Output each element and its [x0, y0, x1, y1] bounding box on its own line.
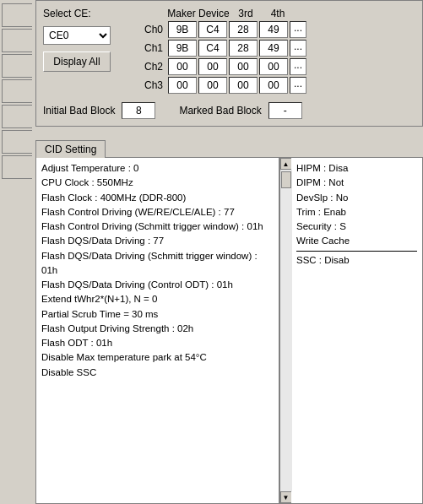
ch0-maker[interactable]	[168, 21, 197, 38]
initial-bad-block-label: Initial Bad Block	[43, 105, 115, 117]
table-headers: Maker Device 3rd 4th	[144, 8, 306, 19]
ch1-3rd[interactable]	[229, 40, 258, 57]
ch1-label: Ch1	[144, 42, 166, 54]
ch3-3rd[interactable]	[229, 77, 258, 94]
sidebar-tab-7[interactable]	[2, 155, 32, 179]
sidebar-tab-4[interactable]	[2, 79, 32, 103]
left-panel-text: Adjust Temperature : 0 CPU Clock : 550MH…	[41, 161, 274, 380]
sidebar-tab-2[interactable]	[2, 29, 32, 52]
table-row: Ch0 ...	[144, 21, 306, 38]
th-4th: 4th	[263, 8, 293, 19]
ch0-4th[interactable]	[259, 21, 288, 38]
ch2-device[interactable]	[198, 58, 227, 75]
ch3-4th[interactable]	[259, 77, 288, 94]
marked-bad-block-label: Marked Bad Block	[179, 105, 261, 117]
table-area: Maker Device 3rd 4th Ch0 ... Ch1	[144, 8, 306, 95]
marked-bad-block-value: -	[268, 102, 302, 119]
cid-tab-area: CID Setting	[35, 140, 423, 157]
ch2-3rd[interactable]	[229, 58, 258, 75]
scroll-track[interactable]	[280, 170, 292, 491]
th-maker: Maker	[166, 8, 197, 19]
ch3-label: Ch3	[144, 79, 166, 91]
display-all-button[interactable]: Display All	[43, 51, 111, 72]
ch0-label: Ch0	[144, 24, 166, 35]
right-panel-text: HIPM : DisaDIPM : Not DevSlp : NoTrim : …	[296, 161, 417, 268]
top-section: Select CE: CE0 CE1 CE2 CE3 Display All M…	[35, 0, 423, 127]
th-device: Device	[198, 8, 229, 19]
ch1-extra: ...	[290, 40, 306, 57]
bad-block-row: Initial Bad Block 8 Marked Bad Block -	[43, 102, 415, 119]
ch1-device[interactable]	[198, 40, 227, 57]
left-panel: Adjust Temperature : 0 CPU Clock : 550MH…	[36, 158, 279, 503]
th-3rd: 3rd	[230, 8, 261, 19]
scroll-down-button[interactable]: ▼	[280, 491, 292, 503]
main-container: Select CE: CE0 CE1 CE2 CE3 Display All M…	[0, 0, 423, 504]
sidebar	[0, 0, 35, 504]
ch2-label: Ch2	[144, 61, 166, 73]
right-panel: HIPM : DisaDIPM : Not DevSlp : NoTrim : …	[291, 158, 422, 503]
sidebar-tab-5[interactable]	[2, 105, 32, 128]
sidebar-tab-1[interactable]	[2, 3, 32, 27]
separator	[35, 127, 423, 137]
cid-setting-tab[interactable]: CID Setting	[35, 140, 106, 158]
ch2-extra: ...	[290, 58, 306, 75]
content-panel: Adjust Temperature : 0 CPU Clock : 550MH…	[35, 157, 423, 504]
ch0-device[interactable]	[198, 21, 227, 38]
ch2-4th[interactable]	[259, 58, 288, 75]
table-row: Ch1 ...	[144, 40, 306, 57]
ch1-maker[interactable]	[168, 40, 197, 57]
ch3-maker[interactable]	[168, 77, 197, 94]
ch2-maker[interactable]	[168, 58, 197, 75]
ch0-extra: ...	[290, 21, 306, 38]
ce-label: Select CE:	[43, 8, 91, 19]
scroll-thumb[interactable]	[281, 171, 291, 188]
scrollbar[interactable]: ▲ ▼	[279, 158, 291, 503]
table-row: Ch3 ...	[144, 77, 306, 94]
sidebar-tab-6[interactable]	[2, 130, 32, 154]
sidebar-tab-3[interactable]	[2, 54, 32, 78]
ce-row: Select CE: CE0 CE1 CE2 CE3 Display All M…	[43, 8, 415, 95]
ch3-extra: ...	[290, 77, 306, 94]
initial-bad-block-value: 8	[122, 102, 155, 119]
ch0-3rd[interactable]	[229, 21, 258, 38]
ch3-device[interactable]	[198, 77, 227, 94]
ch1-4th[interactable]	[259, 40, 288, 57]
table-row: Ch2 ...	[144, 58, 306, 75]
scroll-up-button[interactable]: ▲	[280, 158, 292, 170]
ce-select-area: Select CE: CE0 CE1 CE2 CE3 Display All	[43, 8, 111, 72]
ce-dropdown[interactable]: CE0 CE1 CE2 CE3	[43, 26, 111, 45]
